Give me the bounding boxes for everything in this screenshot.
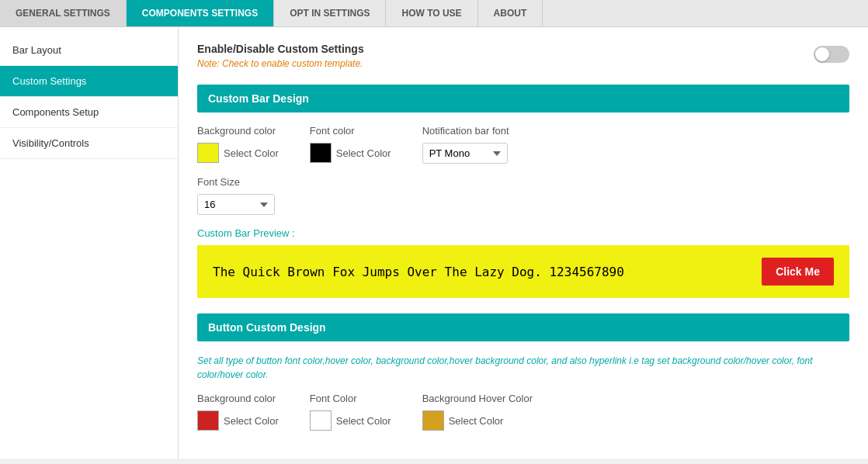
tab-optin-settings[interactable]: OPT IN SETTINGS (274, 0, 386, 26)
btn-bg-color-select-label: Select Color (224, 415, 279, 427)
btn-bg-color-picker[interactable]: Select Color (197, 410, 279, 431)
enable-text: Enable/Disable Custom Settings Note: Che… (197, 43, 364, 69)
font-color-swatch (310, 143, 332, 163)
bg-color-picker[interactable]: Select Color (197, 143, 279, 163)
btn-bg-hover-color-select-label: Select Color (449, 415, 504, 427)
notif-font-select[interactable]: PT Mono Arial Verdana Georgia Courier Ne… (422, 143, 508, 164)
button-color-row: Background color Select Color Font Color… (197, 393, 849, 431)
enable-disable-row: Enable/Disable Custom Settings Note: Che… (197, 43, 849, 69)
sidebar: Bar Layout Custom Settings Components Se… (0, 27, 179, 459)
sidebar-item-components-setup[interactable]: Components Setup (0, 97, 178, 128)
preview-bar: The Quick Brown Fox Jumps Over The Lazy … (197, 245, 849, 298)
font-size-row: Font Size 12 14 16 18 20 22 24 (197, 176, 849, 215)
bg-color-field: Background color Select Color (197, 125, 279, 163)
sidebar-item-bar-layout[interactable]: Bar Layout (0, 35, 178, 66)
tab-general-settings[interactable]: GENERAL SETTINGS (0, 0, 127, 26)
btn-font-color-picker[interactable]: Select Color (310, 410, 391, 431)
bg-color-swatch (197, 143, 219, 163)
btn-bg-hover-color-label: Background Hover Color (422, 393, 533, 404)
btn-font-color-label: Font Color (310, 393, 391, 404)
btn-bg-color-label: Background color (197, 393, 279, 404)
sidebar-item-visibility-controls[interactable]: Visibility/Controls (0, 128, 178, 159)
main-layout: Bar Layout Custom Settings Components Se… (0, 27, 868, 459)
font-color-picker[interactable]: Select Color (310, 143, 391, 163)
content-area: Enable/Disable Custom Settings Note: Che… (179, 27, 868, 459)
font-color-field: Font color Select Color (310, 125, 391, 163)
tab-about[interactable]: ABOUT (478, 0, 543, 26)
btn-font-color-field: Font Color Select Color (310, 393, 391, 431)
btn-bg-hover-color-field: Background Hover Color Select Color (422, 393, 533, 431)
notif-font-label: Notification bar font (422, 125, 509, 137)
enable-toggle[interactable] (814, 46, 849, 63)
btn-bg-color-field: Background color Select Color (197, 393, 279, 431)
button-custom-design-header: Button Custom Design (197, 313, 849, 341)
preview-label: Custom Bar Preview : (197, 227, 849, 239)
top-nav: GENERAL SETTINGS COMPONENTS SETTINGS OPT… (0, 0, 868, 27)
btn-font-color-select-label: Select Color (336, 415, 391, 427)
bg-color-select-label: Select Color (224, 147, 279, 159)
enable-title: Enable/Disable Custom Settings (197, 43, 364, 55)
sidebar-item-custom-settings[interactable]: Custom Settings (0, 66, 178, 97)
btn-bg-color-swatch (197, 410, 219, 431)
bg-color-label: Background color (197, 125, 279, 137)
font-size-label: Font Size (197, 176, 849, 188)
font-color-label: Font color (310, 125, 391, 137)
custom-bar-design-header: Custom Bar Design (197, 85, 849, 113)
custom-bar-color-row: Background color Select Color Font color… (197, 125, 849, 164)
preview-bar-text: The Quick Brown Fox Jumps Over The Lazy … (213, 265, 624, 279)
font-size-select[interactable]: 12 14 16 18 20 22 24 (197, 194, 275, 215)
font-color-select-label: Select Color (336, 147, 391, 159)
button-section-note: Set all type of button font color,hover … (197, 354, 849, 382)
tab-how-to-use[interactable]: HOW TO USE (386, 0, 477, 26)
tab-components-settings[interactable]: COMPONENTS SETTINGS (127, 0, 274, 26)
btn-bg-hover-color-picker[interactable]: Select Color (422, 410, 504, 431)
btn-font-color-swatch (310, 410, 332, 431)
notif-font-wrapper: Notification bar font PT Mono Arial Verd… (422, 125, 509, 164)
btn-bg-hover-color-swatch (422, 410, 444, 431)
click-me-button[interactable]: Click Me (762, 258, 834, 286)
enable-note: Note: Check to enable custom template. (197, 58, 364, 69)
